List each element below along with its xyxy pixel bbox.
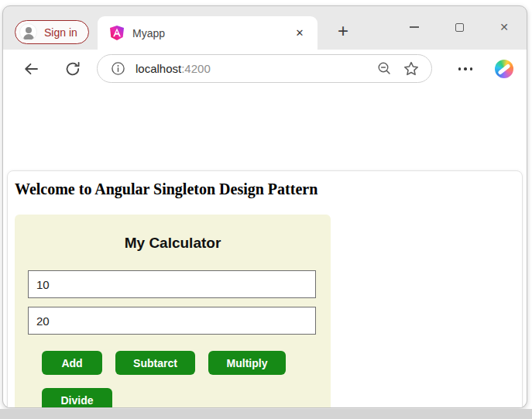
close-icon: ✕: [499, 22, 509, 33]
url-host: localhost: [136, 62, 181, 75]
copilot-icon: [495, 60, 513, 78]
url-port: :4200: [181, 62, 211, 75]
zoom-out-icon[interactable]: [375, 60, 393, 78]
button-row: Add Subtarct Multiply: [42, 351, 286, 375]
browser-toolbar: localhost:4200: [3, 50, 527, 88]
page-background: Welcome to Angular Singleton Design Patt…: [3, 88, 527, 407]
settings-menu-button[interactable]: [452, 59, 479, 79]
browser-window: Sign in Myapp ✕ +: [2, 5, 527, 408]
back-button[interactable]: [20, 58, 42, 80]
page-title: Welcome to Angular Singleton Design Patt…: [15, 180, 317, 198]
url-text[interactable]: localhost:4200: [136, 62, 366, 75]
arrow-left-icon: [22, 60, 39, 77]
angular-favicon-icon: [109, 25, 125, 41]
calculator-card: My Calculator Add Subtarct Multiply Divi…: [15, 215, 331, 408]
tab-close-icon[interactable]: ✕: [291, 25, 308, 42]
maximize-button[interactable]: [448, 15, 471, 39]
minimize-button[interactable]: [403, 15, 426, 39]
number1-input[interactable]: [28, 270, 316, 298]
site-info-icon[interactable]: [108, 60, 127, 78]
close-window-button[interactable]: ✕: [493, 15, 516, 39]
subtract-button[interactable]: Subtarct: [115, 351, 195, 375]
sign-in-label: Sign in: [44, 26, 77, 39]
tab-title: Myapp: [132, 27, 283, 39]
window-controls: ✕: [403, 15, 523, 39]
tab-strip: Sign in Myapp ✕ +: [3, 6, 527, 50]
desktop-strip: [0, 409, 532, 419]
divide-row: Divide: [42, 388, 112, 408]
refresh-icon: [64, 60, 81, 77]
address-bar[interactable]: localhost:4200: [97, 54, 432, 83]
web-content: Welcome to Angular Singleton Design Patt…: [7, 170, 523, 408]
minimize-icon: [410, 26, 419, 28]
favorite-star-icon[interactable]: [402, 60, 420, 78]
sign-in-button[interactable]: Sign in: [15, 20, 89, 44]
copilot-button[interactable]: [493, 58, 515, 80]
avatar-person-icon: [19, 23, 37, 41]
number2-input[interactable]: [28, 307, 316, 335]
new-tab-button[interactable]: +: [331, 19, 355, 43]
calculator-title: My Calculator: [15, 235, 331, 252]
maximize-icon: [455, 23, 464, 32]
multiply-button[interactable]: Multiply: [208, 351, 286, 375]
browser-tab-myapp[interactable]: Myapp ✕: [98, 16, 317, 50]
reload-button[interactable]: [62, 58, 84, 80]
ellipsis-icon: [458, 67, 462, 70]
divide-button[interactable]: Divide: [42, 388, 112, 408]
add-button[interactable]: Add: [42, 351, 102, 375]
